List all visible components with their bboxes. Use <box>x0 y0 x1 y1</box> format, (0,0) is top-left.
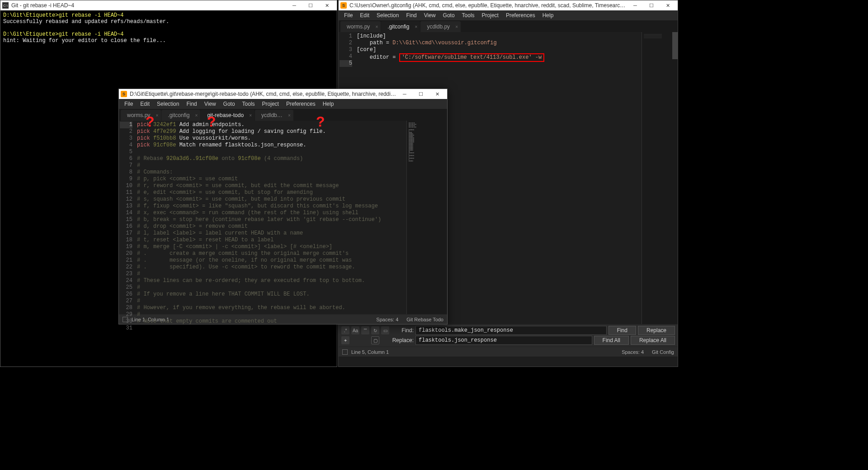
code-line: pick 4f7e299 Add logging for loading / s… <box>137 128 406 135</box>
menu-find[interactable]: Find <box>402 11 420 19</box>
preserve-case-toggle[interactable]: ▢ <box>371 336 379 344</box>
menu-goto[interactable]: Goto <box>439 11 458 19</box>
tab-gitconfig[interactable]: .gitconfig× <box>381 21 420 32</box>
close-icon[interactable]: × <box>156 113 159 118</box>
menu-bar: File Edit Selection Find View Goto Tools… <box>119 99 447 109</box>
code-line: # s, squash <commit> = use commit, but m… <box>137 196 406 203</box>
status-icon <box>342 349 348 355</box>
menu-goto[interactable]: Goto <box>220 100 239 108</box>
maximize-button[interactable]: ☐ <box>643 0 660 10</box>
status-bar: Line 5, Column 1 Spaces: 4 Git Config <box>339 347 678 357</box>
minimize-button[interactable]: ─ <box>396 89 413 99</box>
term-line: Successfully rebased and updated refs/he… <box>3 19 169 25</box>
terminal-titlebar[interactable]: C:\ Git - git rebase -i HEAD~4 ─ ☐ ✕ <box>0 0 337 10</box>
code-line: # <box>137 271 406 277</box>
menu-help[interactable]: Help <box>539 11 557 19</box>
menu-view[interactable]: View <box>420 11 439 19</box>
code-line: path = D:\\Git\\cmd\\voussoir.gitconfig <box>357 40 642 47</box>
find-replace-panel: .* Aa "" ↻ ▭ Find: Find Replace ✦ ▢ Repl… <box>339 324 678 347</box>
menu-tools[interactable]: Tools <box>458 11 478 19</box>
close-icon[interactable]: × <box>376 24 378 29</box>
question-mark-annotation: ? <box>146 113 155 130</box>
code-line: # b, break = stop here (continue rebase … <box>137 216 406 223</box>
code-line: # If you remove a line here THAT COMMIT … <box>137 291 406 298</box>
code-area[interactable]: pick 3242ef1 Add admin endpoints.pick 4f… <box>137 121 406 314</box>
code-line: # . create a merge commit using the orig… <box>137 250 406 257</box>
minimap[interactable]: ████ ███ ██████ ████ ████████ ███ ██████… <box>406 121 447 314</box>
menu-bar: File Edit Selection Find View Goto Tools… <box>339 10 678 20</box>
terminal-title: Git - git rebase -i HEAD~4 <box>11 2 286 9</box>
in-selection-toggle[interactable]: ▭ <box>381 326 389 334</box>
menu-find[interactable]: Find <box>183 100 200 108</box>
close-icon[interactable]: × <box>195 113 198 118</box>
menu-view[interactable]: View <box>201 100 220 108</box>
code-line: pick f510bb8 Use voussoirkit/worms. <box>137 135 406 142</box>
replace-button[interactable]: Replace <box>638 326 675 335</box>
sublime-titlebar[interactable]: S C:\Users\Owner\.gitconfig (AHK, cmd, c… <box>339 0 678 10</box>
sublime-title: D:\Git\Etiquette\.git\rebase-merge\git-r… <box>130 91 396 97</box>
close-icon[interactable]: × <box>288 113 291 118</box>
term-line: D:\Git\Etiquette>git rebase -i HEAD~4 <box>3 12 123 19</box>
case-toggle[interactable]: Aa <box>351 326 359 334</box>
close-button[interactable]: ✕ <box>319 0 335 10</box>
menu-preferences[interactable]: Preferences <box>283 100 319 108</box>
code-line: # . message (or the oneline, if no origi… <box>137 257 406 264</box>
sublime-rebase-window: S D:\Git\Etiquette\.git\rebase-merge\git… <box>118 89 448 324</box>
question-mark-annotation: ? <box>207 113 216 130</box>
menu-selection[interactable]: Selection <box>153 100 183 108</box>
cursor-position[interactable]: Line 5, Column 1 <box>351 349 389 355</box>
tab-worms[interactable]: worms.py× <box>340 21 381 32</box>
menu-file[interactable]: File <box>340 11 356 19</box>
menu-edit[interactable]: Edit <box>356 11 373 19</box>
menu-project[interactable]: Project <box>478 11 502 19</box>
menu-tools[interactable]: Tools <box>239 100 259 108</box>
indent-info[interactable]: Spaces: 4 <box>622 349 644 355</box>
tab-ycdldb[interactable]: ycdldb…× <box>255 110 293 121</box>
code-line: [core] <box>357 47 642 53</box>
maximize-button[interactable]: ☐ <box>413 89 429 99</box>
regex-toggle[interactable]: .* <box>341 326 349 334</box>
syntax-info[interactable]: Git Rebase Todo <box>406 317 443 322</box>
menu-help[interactable]: Help <box>319 100 338 108</box>
replaceall-button[interactable]: Replace All <box>631 336 675 345</box>
highlighted-editor-path: 'C:/software/sublime text/4113/subl.exe'… <box>399 53 545 62</box>
tab-worms[interactable]: worms.py× <box>121 110 161 121</box>
code-line: # . specified). Use -c <commit> to rewor… <box>137 264 406 271</box>
code-line: # p, pick <commit> = use commit <box>137 176 406 183</box>
tab-ycdldb[interactable]: ycdldb.py× <box>420 21 461 32</box>
tab-bar: worms.py× .gitconfig× ycdldb.py× <box>339 20 678 32</box>
syntax-info[interactable]: Git Config <box>652 349 674 355</box>
code-line: # r, reword <commit> = use commit, but e… <box>137 183 406 189</box>
close-icon[interactable]: × <box>415 24 418 29</box>
close-button[interactable]: ✕ <box>429 89 445 99</box>
findall-button[interactable]: Find All <box>594 336 629 345</box>
find-button[interactable]: Find <box>609 326 636 335</box>
menu-file[interactable]: File <box>121 100 137 108</box>
code-line: editor = 'C:/software/sublime text/4113/… <box>357 53 642 60</box>
menu-edit[interactable]: Edit <box>137 100 153 108</box>
find-input[interactable] <box>415 326 607 335</box>
code-line: # <box>137 162 406 169</box>
scrollbar[interactable] <box>672 32 678 315</box>
minimize-button[interactable]: ─ <box>627 0 643 10</box>
close-button[interactable]: ✕ <box>660 0 676 10</box>
code-line: # These lines can be re-ordered; they ar… <box>137 277 406 284</box>
close-icon[interactable]: × <box>455 24 458 29</box>
menu-project[interactable]: Project <box>259 100 283 108</box>
menu-selection[interactable]: Selection <box>373 11 402 19</box>
sublime-titlebar[interactable]: S D:\Git\Etiquette\.git\rebase-merge\git… <box>119 89 447 99</box>
word-toggle[interactable]: "" <box>361 326 369 334</box>
editor-area[interactable]: 1234567891011121314151617181920212223242… <box>119 121 447 314</box>
close-icon[interactable]: × <box>249 113 252 118</box>
menu-preferences[interactable]: Preferences <box>502 11 539 19</box>
terminal-body[interactable]: D:\Git\Etiquette>git rebase -i HEAD~4 Su… <box>0 10 337 46</box>
wrap-toggle[interactable]: ↻ <box>371 326 379 334</box>
tab-gitconfig[interactable]: .gitconfig× <box>161 110 200 121</box>
minimize-button[interactable]: ─ <box>286 0 302 10</box>
code-line: pick 91cf08e Match renamed flasktools.js… <box>137 142 406 149</box>
code-line: # However, if you remove everything, the… <box>137 305 406 311</box>
replace-input[interactable] <box>415 336 592 345</box>
code-line: # x, exec <command> = run command (the r… <box>137 210 406 216</box>
maximize-button[interactable]: ☐ <box>302 0 319 10</box>
highlight-toggle[interactable]: ✦ <box>341 336 349 344</box>
